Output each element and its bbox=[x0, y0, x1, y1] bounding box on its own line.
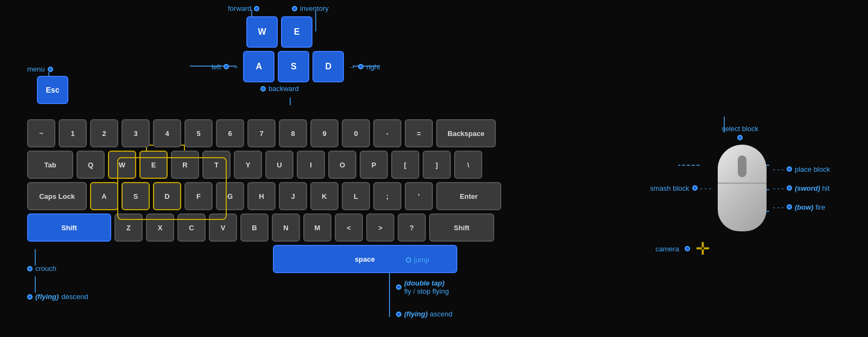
place-block-dot bbox=[787, 166, 792, 172]
bow-fire-dot bbox=[787, 204, 792, 210]
camera-area: camera ✛ bbox=[655, 240, 830, 257]
key-backspace[interactable]: Backspace bbox=[436, 119, 496, 147]
move-cross-icon: ✛ bbox=[695, 240, 710, 257]
key-row-qwerty: Tab Q W E R T Y U I O P [ ] \ bbox=[27, 151, 613, 179]
key-semicolon[interactable]: ; bbox=[373, 182, 401, 210]
menu-dot bbox=[48, 67, 53, 72]
crouch-label: crouch bbox=[27, 264, 56, 273]
key-d[interactable]: D bbox=[153, 182, 181, 210]
key-b[interactable]: B bbox=[240, 213, 269, 242]
key-1[interactable]: 1 bbox=[59, 119, 87, 147]
key-n[interactable]: N bbox=[272, 213, 300, 242]
key-s[interactable]: S bbox=[122, 182, 150, 210]
wasd-w-key[interactable]: W bbox=[246, 16, 278, 48]
key-6[interactable]: 6 bbox=[216, 119, 244, 147]
key-tab[interactable]: Tab bbox=[27, 151, 73, 179]
key-v[interactable]: V bbox=[209, 213, 237, 242]
key-a[interactable]: A bbox=[90, 182, 118, 210]
camera-dot bbox=[685, 246, 690, 251]
flying-descend-dot bbox=[27, 294, 33, 300]
key-x[interactable]: X bbox=[146, 213, 174, 242]
wasd-e-key[interactable]: E bbox=[281, 16, 312, 48]
backward-dot bbox=[260, 86, 266, 92]
key-c[interactable]: C bbox=[177, 213, 206, 242]
key-row-zxcv: Shift Z X C V B N M < > ? Shift bbox=[27, 213, 613, 242]
keyboard-area: ~ 1 2 3 4 5 6 7 8 9 0 - = Backspace Tab … bbox=[27, 119, 613, 276]
wasd-s-key[interactable]: S bbox=[278, 51, 309, 82]
key-3[interactable]: 3 bbox=[122, 119, 150, 147]
key-t[interactable]: T bbox=[202, 151, 231, 179]
key-5[interactable]: 5 bbox=[184, 119, 213, 147]
select-block-dot bbox=[737, 135, 743, 140]
key-m[interactable]: M bbox=[303, 213, 331, 242]
key-4[interactable]: 4 bbox=[153, 119, 181, 147]
esc-key[interactable]: Esc bbox=[37, 76, 68, 104]
right-dot bbox=[358, 64, 363, 69]
mouse-scroll-wheel bbox=[738, 155, 746, 177]
key-equals[interactable]: = bbox=[405, 119, 433, 147]
key-backslash[interactable]: \ bbox=[454, 151, 482, 179]
forward-dot bbox=[254, 6, 259, 11]
key-gt[interactable]: > bbox=[366, 213, 394, 242]
left-dot bbox=[224, 64, 229, 69]
jump-label: jump bbox=[406, 256, 429, 264]
key-r[interactable]: R bbox=[171, 151, 199, 179]
key-0[interactable]: 0 bbox=[342, 119, 370, 147]
key-rbracket[interactable]: ] bbox=[423, 151, 451, 179]
smash-block-dot bbox=[692, 185, 698, 191]
key-i[interactable]: I bbox=[297, 151, 325, 179]
key-lt[interactable]: < bbox=[335, 213, 363, 242]
key-w[interactable]: W bbox=[108, 151, 136, 179]
key-o[interactable]: O bbox=[328, 151, 356, 179]
key-j[interactable]: J bbox=[279, 182, 307, 210]
mouse-body bbox=[718, 145, 767, 231]
forward-label: forward bbox=[228, 4, 259, 12]
bow-fire-label: - - - (bow) fire bbox=[773, 203, 830, 211]
key-7[interactable]: 7 bbox=[247, 119, 276, 147]
key-row-numbers: ~ 1 2 3 4 5 6 7 8 9 0 - = Backspace bbox=[27, 119, 613, 147]
key-z[interactable]: Z bbox=[114, 213, 143, 242]
key-u[interactable]: U bbox=[265, 151, 293, 179]
key-y[interactable]: Y bbox=[234, 151, 262, 179]
wasd-a-key[interactable]: A bbox=[243, 51, 275, 82]
key-2[interactable]: 2 bbox=[90, 119, 118, 147]
key-f[interactable]: F bbox=[184, 182, 213, 210]
wasd-area: forward inventory W E left → A S D bbox=[212, 16, 380, 93]
crouch-dot bbox=[27, 266, 33, 271]
key-quote[interactable]: ' bbox=[405, 182, 433, 210]
smash-block-label: smash block - - - bbox=[650, 184, 711, 192]
key-9[interactable]: 9 bbox=[310, 119, 339, 147]
key-l[interactable]: L bbox=[342, 182, 370, 210]
key-g[interactable]: G bbox=[216, 182, 244, 210]
mouse-area: select block smash block - - - - - - pla… bbox=[650, 125, 830, 257]
main-container: forward inventory W E left → A S D bbox=[0, 0, 868, 337]
flying-ascend-label: (flying) ascend bbox=[396, 310, 452, 318]
menu-label: menu bbox=[27, 65, 53, 73]
key-p[interactable]: P bbox=[360, 151, 388, 179]
jump-dot bbox=[406, 257, 411, 263]
key-q[interactable]: Q bbox=[76, 151, 105, 179]
key-minus[interactable]: - bbox=[373, 119, 401, 147]
key-shift-right[interactable]: Shift bbox=[429, 213, 494, 242]
key-row-space: space bbox=[27, 245, 613, 273]
key-k[interactable]: K bbox=[310, 182, 339, 210]
key-row-asdf: Caps Lock A S D F G H J K L ; ' Enter bbox=[27, 182, 613, 210]
backward-label: backward bbox=[260, 85, 380, 93]
key-tilde[interactable]: ~ bbox=[27, 119, 55, 147]
key-enter[interactable]: Enter bbox=[436, 182, 501, 210]
key-question[interactable]: ? bbox=[398, 213, 426, 242]
key-e[interactable]: E bbox=[139, 151, 168, 179]
key-capslock[interactable]: Caps Lock bbox=[27, 182, 87, 210]
double-tap-dot bbox=[396, 284, 401, 290]
key-shift-left[interactable]: Shift bbox=[27, 213, 111, 242]
mouse-divider bbox=[718, 183, 767, 184]
flying-descend-label: (flying) descend bbox=[27, 293, 88, 301]
wasd-d-key[interactable]: D bbox=[312, 51, 344, 82]
key-h[interactable]: H bbox=[247, 182, 276, 210]
key-space[interactable]: space bbox=[273, 245, 457, 273]
place-block-label: - - - place block bbox=[773, 165, 830, 173]
flying-ascend-dot bbox=[396, 312, 401, 317]
inventory-dot bbox=[292, 6, 297, 11]
key-lbracket[interactable]: [ bbox=[391, 151, 419, 179]
key-8[interactable]: 8 bbox=[279, 119, 307, 147]
